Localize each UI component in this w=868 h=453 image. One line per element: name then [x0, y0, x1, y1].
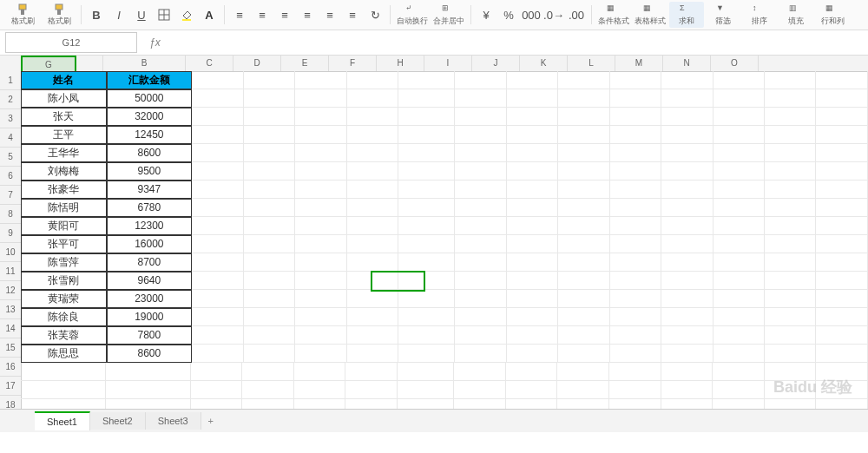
cell[interactable]: [765, 126, 816, 144]
cell[interactable]: 陈雪萍: [21, 253, 107, 272]
cell[interactable]: 50000: [107, 89, 193, 108]
row-header-3[interactable]: 3: [0, 109, 21, 128]
cell[interactable]: [295, 308, 346, 326]
underline-button[interactable]: U: [131, 4, 152, 25]
cell[interactable]: [398, 71, 455, 89]
tab-sheet2[interactable]: Sheet2: [90, 412, 146, 430]
cell[interactable]: [398, 144, 455, 162]
decrease-decimal-button[interactable]: .00: [566, 4, 587, 25]
cell[interactable]: [347, 162, 398, 181]
cell[interactable]: [610, 89, 661, 108]
cell[interactable]: [713, 308, 765, 326]
cell[interactable]: [558, 253, 609, 272]
align-left-button[interactable]: ≡: [297, 4, 318, 25]
cell[interactable]: [398, 308, 455, 326]
cell[interactable]: [816, 89, 867, 108]
cell[interactable]: [295, 217, 346, 235]
cell[interactable]: [192, 345, 243, 363]
cell[interactable]: [816, 71, 867, 89]
cell[interactable]: [192, 326, 243, 345]
cell[interactable]: [347, 272, 398, 290]
cell[interactable]: [558, 71, 609, 89]
format-painter-button[interactable]: 格式刷: [5, 2, 40, 28]
cell[interactable]: [191, 363, 243, 381]
cell[interactable]: [765, 71, 816, 89]
cell[interactable]: [455, 272, 506, 290]
row-header-2[interactable]: 2: [0, 90, 21, 109]
col-header-N[interactable]: N: [663, 56, 711, 71]
row-header-15[interactable]: 15: [0, 338, 21, 358]
cell[interactable]: 王平: [21, 126, 107, 144]
cell[interactable]: [558, 89, 609, 108]
col-header-H[interactable]: H: [377, 56, 424, 71]
conditional-format-button[interactable]: ▦条件格式: [596, 2, 631, 28]
cell[interactable]: [610, 181, 661, 199]
formula-input[interactable]: [166, 33, 812, 52]
cell[interactable]: [610, 253, 661, 272]
cell[interactable]: 6780: [107, 199, 193, 217]
row-header-12[interactable]: 12: [0, 281, 21, 300]
row-header-5[interactable]: 5: [0, 148, 21, 167]
cell[interactable]: [558, 272, 609, 290]
cell[interactable]: [713, 181, 765, 199]
row-header-4[interactable]: 4: [0, 128, 21, 148]
filter-button[interactable]: ▼筛选: [706, 2, 740, 28]
cell[interactable]: [455, 308, 506, 326]
cell[interactable]: [507, 290, 558, 308]
cell[interactable]: [191, 381, 243, 399]
cell[interactable]: [816, 272, 867, 290]
cell[interactable]: [455, 89, 506, 108]
cell[interactable]: [610, 144, 661, 162]
cell[interactable]: [398, 381, 454, 399]
cell[interactable]: [661, 199, 713, 217]
cell[interactable]: [765, 181, 816, 199]
col-header-E[interactable]: E: [281, 56, 329, 71]
cell[interactable]: 张豪华: [21, 181, 107, 199]
cell[interactable]: [192, 217, 243, 235]
col-header-O[interactable]: O: [711, 56, 759, 71]
cell[interactable]: [398, 162, 455, 181]
cell[interactable]: [507, 272, 558, 290]
cell[interactable]: [558, 162, 609, 181]
cell[interactable]: [816, 363, 868, 381]
cell[interactable]: [244, 162, 295, 181]
cell[interactable]: 陈徐良: [21, 308, 107, 326]
cell[interactable]: [398, 272, 455, 290]
col-header-B[interactable]: B: [103, 56, 186, 71]
cell[interactable]: [295, 290, 346, 308]
cell[interactable]: [661, 144, 713, 162]
col-header-K[interactable]: K: [520, 56, 568, 71]
cell[interactable]: [106, 381, 191, 399]
cell[interactable]: 32000: [107, 108, 193, 126]
cell[interactable]: [398, 126, 455, 144]
cell[interactable]: [661, 363, 713, 381]
cell[interactable]: [192, 162, 243, 181]
row-col-button[interactable]: ▦行和列: [815, 2, 850, 28]
italic-button[interactable]: I: [108, 4, 129, 25]
cell[interactable]: [347, 108, 398, 126]
cell[interactable]: [610, 345, 661, 363]
cell[interactable]: [244, 345, 295, 363]
cell[interactable]: [192, 253, 243, 272]
cell[interactable]: [455, 71, 506, 89]
cell[interactable]: [295, 272, 346, 290]
cell[interactable]: [609, 381, 661, 399]
cell[interactable]: [661, 89, 713, 108]
add-sheet-button[interactable]: +: [201, 416, 220, 426]
cell[interactable]: [816, 162, 867, 181]
cells-area[interactable]: 姓名汇款金额陈小凤50000张天32000王平12450王华华8600刘梅梅95…: [21, 71, 868, 432]
bold-button[interactable]: B: [86, 4, 107, 25]
cell[interactable]: [765, 199, 816, 217]
cell[interactable]: [558, 126, 609, 144]
cell[interactable]: [295, 71, 346, 89]
cell[interactable]: [713, 381, 765, 399]
cell[interactable]: [455, 290, 506, 308]
cell[interactable]: [347, 89, 398, 108]
cell[interactable]: [347, 253, 398, 272]
cell[interactable]: [765, 381, 817, 399]
cell[interactable]: 张天: [21, 108, 107, 126]
cell[interactable]: [294, 381, 346, 399]
cell[interactable]: [713, 290, 765, 308]
cell[interactable]: [765, 363, 817, 381]
cell[interactable]: [765, 308, 816, 326]
